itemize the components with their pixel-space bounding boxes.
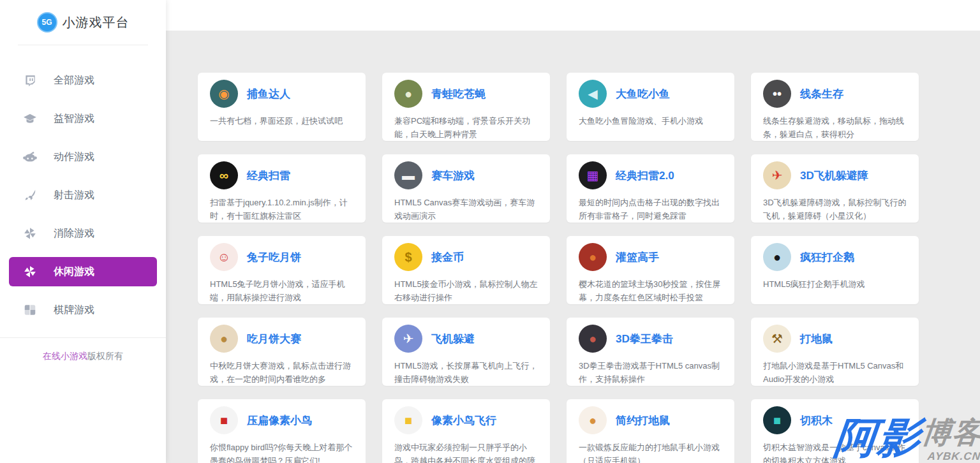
coin-game-icon: $ [394, 243, 422, 271]
game-title: 疯狂打企鹅 [800, 250, 854, 265]
game-description: 一共有七档，界面还原，赶快试试吧 [210, 114, 353, 128]
sidebar-item-label: 棋牌游戏 [54, 304, 94, 317]
sidebar-item-label: 动作游戏 [54, 151, 94, 164]
big-fish-game-icon: ◀ [579, 80, 607, 108]
watermark-domain: AYBK.CN [927, 450, 980, 463]
divider [18, 45, 148, 45]
main-content: ◉ 捕鱼达人 一共有七档，界面还原，赶快试试吧 ● 青蛙吃苍蝇 兼容PC端和移动… [166, 31, 980, 463]
game-card-saolei2[interactable]: ▦ 经典扫雷2.0 最短的时间内点击格子出现的数字找出所有非雷格子，同时避免踩雷 [567, 154, 734, 223]
pinwheel-icon [23, 265, 37, 279]
game-description: HTML5游戏，长按屏幕飞机向上飞行，撞击障碍物游戏失败 [394, 359, 538, 386]
game-card-xiangsu[interactable]: ■ 像素小鸟飞行 游戏中玩家必须控制一只胖乎乎的小鸟，跨越由各种不同长度水管组成… [382, 399, 550, 463]
site-watermark: 阿影 博客 AYBK.CN [831, 409, 980, 463]
graduation-cap-icon [23, 112, 37, 126]
game-description: HTML5 Canvas赛车游戏动画，赛车游戏动画演示 [394, 196, 538, 223]
game-card-qingwa[interactable]: ● 青蛙吃苍蝇 兼容PC端和移动端，背景音乐开关功能，白天晚上两种背景 [382, 73, 550, 141]
game-card-feijiduobi[interactable]: ✈ 飞机躲避 HTML5游戏，长按屏幕飞机向上飞行，撞击障碍物游戏失败 [382, 318, 550, 386]
sidebar-item-board-games[interactable]: 棋牌游戏 [9, 295, 157, 325]
watermark-blue-text: 阿影 [831, 409, 924, 463]
penguin-game-icon: ● [763, 243, 791, 271]
boxing-game-icon: ● [579, 325, 607, 353]
sidebar-item-action-games[interactable]: 动作游戏 [9, 142, 157, 172]
fishing-game-icon: ◉ [210, 80, 238, 108]
game-title: 捕鱼达人 [247, 87, 290, 101]
game-title: 接金币 [431, 250, 464, 265]
game-title: 灌篮高手 [616, 250, 659, 265]
game-title: 压扁像素小鸟 [247, 413, 312, 428]
game-description: 3D拳王拳击游戏基于HTML5 canvas制作，支持鼠标操作 [579, 359, 722, 386]
game-title: 赛车游戏 [431, 168, 475, 183]
frog-game-icon: ● [394, 80, 422, 108]
sidebar-footer: 在线小游戏版权所有 [0, 337, 166, 362]
game-title: 简约打地鼠 [616, 413, 670, 428]
plane-3d-game-icon: ✈ [763, 161, 791, 189]
robot-icon [23, 150, 37, 164]
logo-cloud-icon: 5G [37, 12, 57, 33]
game-title: 飞机躲避 [431, 332, 475, 346]
watermark-gray-text: 博客 [920, 413, 980, 453]
game-description: 樱木花道的篮球主场30秒投篮，按住屏幕，力度条在红色区域时松手投篮 [579, 277, 722, 304]
sidebar-item-label: 休闲游戏 [54, 265, 94, 279]
chessboard-icon [23, 303, 37, 317]
game-card-tuzi[interactable]: ☺ 兔子吃月饼 HTML5兔子吃月饼小游戏，适应手机端，用鼠标操控进行游戏 [198, 236, 366, 304]
game-card-yabian[interactable]: ■ 压扁像素小鸟 你恨flappy bird吗?你每天晚上对着那个愚蠢的鸟做噩梦… [198, 399, 366, 463]
game-card-jianyue[interactable]: ● 简约打地鼠 一款锻炼反应能力的打地鼠手机小游戏（只适应手机端） [567, 399, 734, 463]
game-description: 线条生存躲避游戏，移动鼠标，拖动线条，躲避白点，获得积分 [763, 114, 907, 141]
game-card-guanlan[interactable]: ● 灌篮高手 樱木花道的篮球主场30秒投篮，按住屏幕，力度条在红色区域时松手投篮 [567, 236, 734, 304]
game-description: 中秋吃月饼大赛游戏，鼠标点击进行游戏，在一定的时间内看谁吃的多 [210, 359, 353, 386]
game-card-xiantiao[interactable]: •• 线条生存 线条生存躲避游戏，移动鼠标，拖动线条，躲避白点，获得积分 [751, 73, 919, 141]
sidebar-item-label: 全部游戏 [54, 74, 94, 87]
game-title: 经典扫雷 [247, 168, 290, 183]
cut-blocks-game-icon: ■ [763, 406, 791, 434]
game-card-3dfeiji[interactable]: ✈ 3D飞机躲避障 3D飞机躲避障碍游戏，鼠标控制飞行的飞机，躲避障碍（小星汉化… [751, 154, 919, 223]
top-bar [166, 0, 980, 31]
game-description: 3D飞机躲避障碍游戏，鼠标控制飞行的飞机，躲避障碍（小星汉化） [763, 196, 907, 223]
game-card-qie[interactable]: ● 疯狂打企鹅 HTML5疯狂打企鹅手机游戏 [751, 236, 919, 304]
sidebar-item-label: 消除游戏 [54, 227, 94, 240]
sidebar-item-casual-games[interactable]: 休闲游戏 [9, 257, 157, 286]
simple-mole-game-icon: ● [579, 406, 607, 434]
line-survival-game-icon: •• [763, 80, 791, 108]
game-card-saolei[interactable]: ∞ 经典扫雷 扫雷基于jquery.1.10.2.min.js制作，计时，有十面… [198, 154, 366, 223]
game-title: 打地鼠 [800, 332, 833, 346]
game-title: 像素小鸟飞行 [431, 413, 496, 428]
sidebar-item-shooting-games[interactable]: 射击游戏 [9, 180, 157, 210]
sidebar-item-all-games[interactable]: 全部游戏 [9, 66, 157, 95]
game-title: 线条生存 [800, 87, 843, 101]
sidebar-nav: 全部游戏 益智游戏 动作游戏 射击游戏 消除游戏 休闲游戏 棋牌游戏 [0, 66, 166, 325]
game-description: 最短的时间内点击格子出现的数字找出所有非雷格子，同时避免踩雷 [579, 196, 722, 223]
game-title: 3D飞机躲避障 [800, 168, 868, 183]
sidebar: 5G 小游戏平台 全部游戏 益智游戏 动作游戏 射击游戏 消除游戏 休闲游戏 [0, 0, 166, 463]
game-card-dadishu[interactable]: ⚒ 打地鼠 打地鼠小游戏是基于HTML5 Canvas和Audio开发的小游戏 [751, 318, 919, 386]
mooncake-game-icon: ● [210, 325, 238, 353]
game-title: 经典扫雷2.0 [616, 168, 674, 183]
game-card-buyudaren[interactable]: ◉ 捕鱼达人 一共有七档，界面还原，赶快试试吧 [198, 73, 366, 141]
game-card-quanwang[interactable]: ● 3D拳王拳击 3D拳王拳击游戏基于HTML5 canvas制作，支持鼠标操作 [567, 318, 734, 386]
game-card-chiyuebing[interactable]: ● 吃月饼大赛 中秋吃月饼大赛游戏，鼠标点击进行游戏，在一定的时间内看谁吃的多 [198, 318, 366, 386]
game-description: 打地鼠小游戏是基于HTML5 Canvas和Audio开发的小游戏 [763, 359, 907, 386]
game-title: 兔子吃月饼 [247, 250, 301, 265]
copyright-text: 版权所有 [87, 351, 123, 361]
pinwheel-icon [23, 226, 37, 240]
game-description: 大鱼吃小鱼冒险游戏、手机小游戏 [579, 114, 722, 128]
game-title: 大鱼吃小鱼 [616, 87, 670, 101]
game-description: 游戏中玩家必须控制一只胖乎乎的小鸟，跨越由各种不同长度水管组成的障碍 [394, 441, 538, 463]
game-card-dayu[interactable]: ◀ 大鱼吃小鱼 大鱼吃小鱼冒险游戏、手机小游戏 [567, 73, 734, 141]
app-logo[interactable]: 5G 小游戏平台 [0, 0, 166, 45]
slam-dunk-game-icon: ● [579, 243, 607, 271]
game-description: 一款锻炼反应能力的打地鼠手机小游戏（只适应手机端） [579, 441, 722, 463]
game-description: HTML5兔子吃月饼小游戏，适应手机端，用鼠标操控进行游戏 [210, 277, 353, 304]
game-description: 扫雷基于jquery.1.10.2.min.js制作，计时，有十面红旗标注雷区 [210, 196, 353, 223]
sidebar-item-puzzle-games[interactable]: 益智游戏 [9, 104, 157, 133]
minesweeper2-game-icon: ▦ [579, 161, 607, 189]
sidebar-item-elimination-games[interactable]: 消除游戏 [9, 219, 157, 248]
game-card-jiejinbi[interactable]: $ 接金币 HTML5接金币小游戏，鼠标控制人物左右移动进行操作 [382, 236, 550, 304]
game-description: HTML5接金币小游戏，鼠标控制人物左右移动进行操作 [394, 277, 538, 304]
game-title: 切积木 [800, 413, 833, 428]
game-description: HTML5疯狂打企鹅手机游戏 [763, 277, 907, 291]
sidebar-item-label: 射击游戏 [54, 189, 94, 202]
app-title: 小游戏平台 [63, 14, 130, 31]
game-card-saiche[interactable]: ▬ 赛车游戏 HTML5 Canvas赛车游戏动画，赛车游戏动画演示 [382, 154, 550, 223]
game-description: 你恨flappy bird吗?你每天晚上对着那个愚蠢的鸟做噩梦吗？压扁它们! [210, 441, 353, 463]
copyright-link[interactable]: 在线小游戏 [43, 351, 87, 361]
